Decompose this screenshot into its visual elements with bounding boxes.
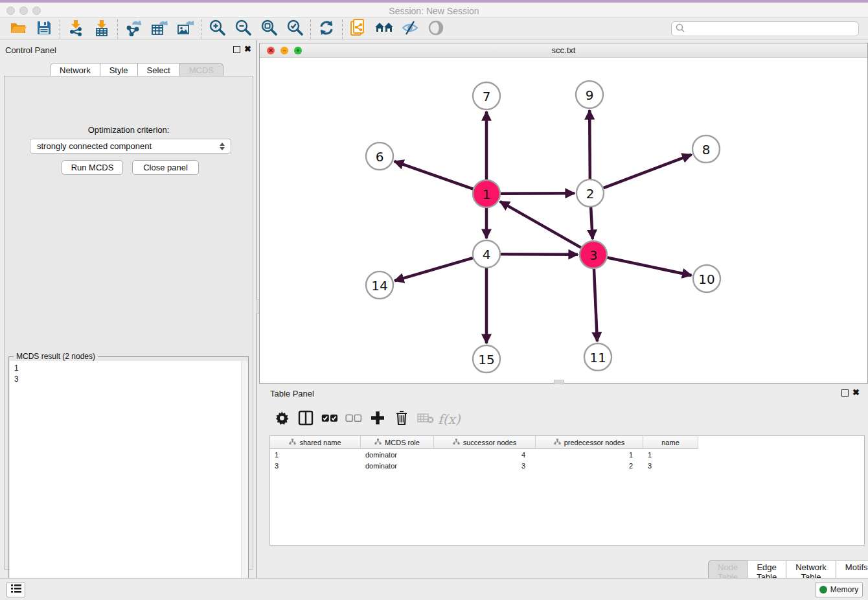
apply-layout-button[interactable] [314,19,339,39]
control-panel: Control Panel ✖ Network Style Select MCD… [0,40,257,578]
table-cell: dominator [361,460,434,471]
save-session-button[interactable] [31,19,57,39]
control-panel-title: Control Panel [5,45,56,55]
search-input[interactable] [687,25,858,34]
mcds-result-list[interactable]: 1 3 [10,361,248,600]
column-header-shared-name[interactable]: shared name [270,436,361,449]
float-panel-icon[interactable] [233,46,240,53]
export-image-button[interactable] [172,19,198,39]
search-icon [676,23,685,35]
column-header-predecessor-nodes[interactable]: predecessor nodes [536,436,643,449]
zoom-out-icon [234,19,251,39]
delete-column-button[interactable] [389,410,413,429]
network-graph-canvas[interactable]: 7968124314101511 [260,58,867,383]
network-window-titlebar: ✕ − + scc.txt [260,43,867,58]
import-table-button[interactable] [89,19,115,39]
task-history-button[interactable] [6,582,25,597]
edge-3-11[interactable] [594,269,597,341]
close-panel-button[interactable]: Close panel [132,160,199,175]
select-all-rows-button[interactable] [317,410,341,429]
duplicate-network-button[interactable] [345,19,371,39]
optimization-criterion-select[interactable]: strongly connected component [30,139,231,154]
zoom-out-button[interactable] [230,19,256,39]
horizontal-splitter-handle[interactable] [554,380,564,384]
column-header-MCDS-role[interactable]: MCDS role [361,436,434,449]
float-table-panel-icon[interactable] [841,389,849,397]
list-icon [10,583,22,596]
optimization-criterion-label: Optimization criterion: [5,125,253,135]
fit-content-button[interactable] [256,19,282,39]
control-panel-header: Control Panel ✖ [0,44,256,57]
edge-4-14[interactable] [394,258,473,281]
result-scrollbar[interactable] [241,361,248,600]
column-header-successor-nodes[interactable]: successor nodes [434,436,536,449]
export-network-button[interactable] [120,19,146,39]
eye-icon [428,19,444,39]
node-label-1: 1 [483,187,491,202]
import-network-icon [67,19,84,39]
zoom-selected-icon [286,19,303,39]
show-all-button[interactable] [423,19,449,39]
edge-2-9[interactable] [589,110,590,179]
edge-2-8[interactable] [604,155,692,189]
toolbar-separator [342,19,343,39]
show-columns-button[interactable] [293,410,317,429]
close-table-panel-icon[interactable]: ✖ [852,388,860,397]
table-row[interactable]: 1dominator411 [270,449,864,460]
edge-1-2[interactable] [501,193,575,194]
table-cell: 1 [536,449,643,460]
trash-icon [395,410,408,428]
hide-selected-button[interactable] [397,19,423,39]
node-label-10: 10 [698,271,714,287]
first-neighbors-button[interactable] [371,19,397,39]
export-table-icon [151,19,168,39]
network-view-window: ✕ − + scc.txt 7968124314101511 [259,43,868,384]
node-table[interactable]: shared nameMCDS rolesuccessor nodesprede… [269,435,865,546]
node-label-7: 7 [483,89,491,104]
node-label-3: 3 [589,248,598,263]
edge-3-1[interactable] [500,202,581,248]
optimization-criterion-value: strongly connected component [37,141,152,151]
node-label-8: 8 [702,142,711,157]
memory-label: Memory [830,585,858,594]
select-stepper-icon [219,141,225,152]
run-mcds-button[interactable]: Run MCDS [62,160,123,175]
edge-1-6[interactable] [394,161,474,189]
toolbar-separator [201,19,201,39]
edge-4-3[interactable] [501,254,578,255]
table-panel-title: Table Panel [270,389,314,398]
table-row[interactable]: 3dominator323 [270,460,864,471]
delete-table-icon [417,412,434,426]
column-header-name[interactable]: name [643,436,698,449]
toolbar-separator [117,19,118,39]
zoom-selected-button[interactable] [282,19,308,39]
table-panel: Table Panel ✖ f(x) shared nameMCDS roles… [259,386,868,577]
node-label-4: 4 [483,247,491,262]
deselect-all-rows-button[interactable] [341,410,365,429]
column-tree-icon [554,439,561,446]
toolbar-separator [60,19,60,39]
table-cell: 3 [434,460,536,471]
table-toolbar: f(x) [269,406,858,433]
node-label-6: 6 [376,149,384,165]
search-field[interactable] [671,21,859,36]
fit-content-icon [260,19,277,39]
column-label: predecessor nodes [564,439,625,446]
save-icon [36,20,52,38]
checked-boxes-icon [321,413,338,425]
import-network-button[interactable] [63,19,89,39]
table-options-button[interactable] [269,410,293,429]
export-table-button[interactable] [146,19,172,39]
open-file-button[interactable] [5,19,31,39]
edge-2-3[interactable] [591,207,593,239]
edge-3-10[interactable] [608,258,692,275]
create-column-button[interactable] [365,410,389,429]
close-panel-icon[interactable]: ✖ [244,45,251,54]
node-label-11: 11 [589,350,606,365]
memory-button[interactable]: Memory [815,582,863,597]
zoom-in-button[interactable] [204,19,230,39]
mcds-result-group: MCDS result (2 nodes) 1 3 [8,356,249,600]
function-builder-button-disabled: f(x) [437,410,461,429]
eye-slash-icon [401,20,419,38]
column-tree-icon [374,439,382,446]
